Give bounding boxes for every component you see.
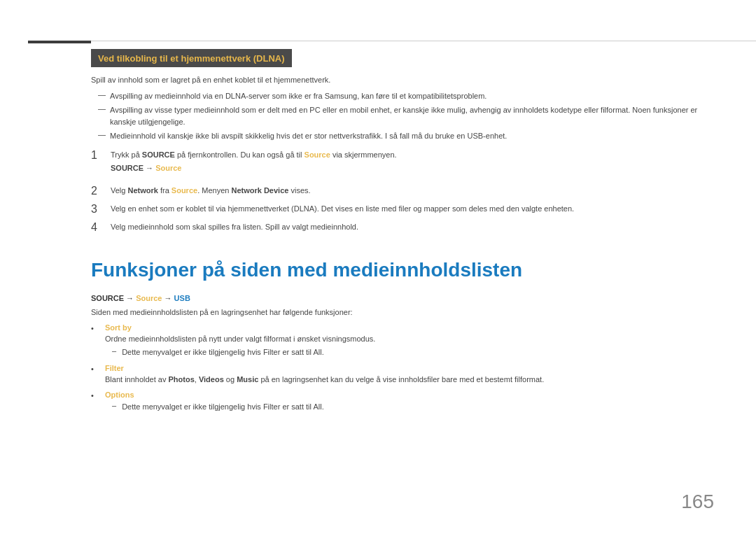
section-title-box: Ved tilkobling til et hjemmenettverk (DL… [91, 49, 292, 67]
step-2-content: Velg Network fra Source. Menyen Network … [111, 185, 311, 197]
sort-subdash: – Dette menyvalget er ikke tilgjengelig … [105, 346, 714, 358]
step2-bold2: Network Device [231, 186, 288, 195]
step1-source-text: SOURCE → Source [111, 164, 181, 172]
filter-music: Music [237, 375, 258, 384]
sort-all-bold: All [313, 348, 321, 356]
step-2: 2 Velg Network fra Source. Menyen Networ… [91, 185, 714, 197]
step-number-2: 2 [91, 185, 111, 197]
bullet-item-filter: • Filter Blant innholdet av Photos, Vide… [91, 364, 714, 386]
dash-text-2: Avspilling av visse typer medieinnhold s… [110, 104, 714, 127]
bullet-content-options: Options – Dette menyvalget er ikke tilgj… [105, 391, 714, 413]
options-all-bold: All [313, 402, 321, 411]
dash-text-3: Medieinnhold vil kanskje ikke bli avspil… [110, 130, 507, 142]
options-dash-symbol: – [112, 401, 116, 409]
source-link-usb: USB [174, 294, 190, 302]
options-title: Options [105, 391, 714, 399]
options-dash-text: Dette menyvalget er ikke tilgjengelig hv… [122, 401, 324, 413]
sort-dash-text: Dette menyvalget er ikke tilgjengelig hv… [122, 346, 324, 358]
page-number: 165 [681, 491, 714, 513]
sort-dash-symbol: – [112, 346, 116, 355]
bullet-dot-sort: • [91, 323, 105, 332]
top-rule [91, 41, 756, 41]
section2-big-title: Funksjoner på siden med medieinnholdslis… [91, 258, 714, 282]
sort-title: Sort by [105, 323, 714, 332]
filter-videos: Videos [199, 375, 224, 384]
step1-bold1: SOURCE [142, 150, 175, 159]
bullet-dot-filter: • [91, 364, 105, 373]
step-number-3: 3 [91, 203, 111, 216]
bullet-item-sort: • Sort by Ordne medieinnholdslisten på n… [91, 323, 714, 358]
step-3: 3 Velg en enhet som er koblet til via hj… [91, 203, 714, 216]
dash-text-1: Avspilling av medieinnhold via en DLNA-s… [110, 90, 486, 102]
bullet-content-sort: Sort by Ordne medieinnholdslisten på nyt… [105, 323, 714, 358]
dash-symbol-3: — [98, 130, 106, 139]
step-1-content: Trykk på SOURCE på fjernkontrollen. Du k… [111, 149, 397, 179]
bullet-dot-options: • [91, 391, 105, 400]
section-top: Ved tilkobling til et hjemmenettverk (DL… [91, 49, 714, 234]
content-area: Ved tilkobling til et hjemmenettverk (DL… [91, 0, 756, 534]
section1-intro: Spill av innhold som er lagret på en enh… [91, 74, 714, 87]
step2-link1: Source [172, 186, 197, 195]
step1-source-arrow: SOURCE → Source [111, 162, 397, 175]
numbered-steps: 1 Trykk på SOURCE på fjernkontrollen. Du… [91, 149, 714, 234]
sort-desc: Ordne medieinnholdslisten på nytt under … [105, 333, 714, 345]
page-container: Ved tilkobling til et hjemmenettverk (DL… [0, 0, 756, 534]
left-bar [28, 41, 91, 43]
dash-item-3: — Medieinnhold vil kanskje ikke bli avsp… [91, 130, 714, 142]
bullet-item-options: • Options – Dette menyvalget er ikke til… [91, 391, 714, 413]
step-1: 1 Trykk på SOURCE på fjernkontrollen. Du… [91, 149, 714, 179]
dash-item-2: — Avspilling av visse typer medieinnhold… [91, 104, 714, 127]
step2-bold1: Network [127, 186, 158, 195]
filter-title: Filter [105, 364, 714, 372]
filter-photos: Photos [169, 375, 195, 384]
step1-source-link: Source [155, 164, 181, 172]
dash-symbol-2: — [98, 104, 106, 113]
step-number-4: 4 [91, 221, 111, 234]
options-subdash: – Dette menyvalget er ikke tilgjengelig … [105, 401, 714, 413]
bullet-content-filter: Filter Blant innholdet av Photos, Videos… [105, 364, 714, 386]
dash-item-1: — Avspilling av medieinnhold via en DLNA… [91, 90, 714, 102]
options-filter-bold: Filter [263, 402, 280, 411]
bullet-section: • Sort by Ordne medieinnholdslisten på n… [91, 323, 714, 413]
section2-intro: Siden med medieinnholdslisten på en lagr… [91, 307, 714, 319]
left-margin [0, 0, 91, 534]
step-4: 4 Velg medieinnhold som skal spilles fra… [91, 221, 714, 234]
section2-source-line: SOURCE → Source → USB [91, 294, 714, 302]
sort-filter-bold: Filter [263, 348, 280, 356]
step1-link1: Source [304, 150, 330, 159]
step-number-1: 1 [91, 149, 111, 162]
source-link-source: Source [136, 294, 162, 302]
step-3-content: Velg en enhet som er koblet til via hjem… [111, 203, 574, 216]
section1-title: Ved tilkobling til et hjemmenettverk (DL… [98, 53, 285, 64]
filter-desc: Blant innholdet av Photos, Videos og Mus… [105, 374, 714, 386]
dash-symbol-1: — [98, 90, 106, 99]
step-4-content: Velg medieinnhold som skal spilles fra l… [111, 221, 358, 234]
